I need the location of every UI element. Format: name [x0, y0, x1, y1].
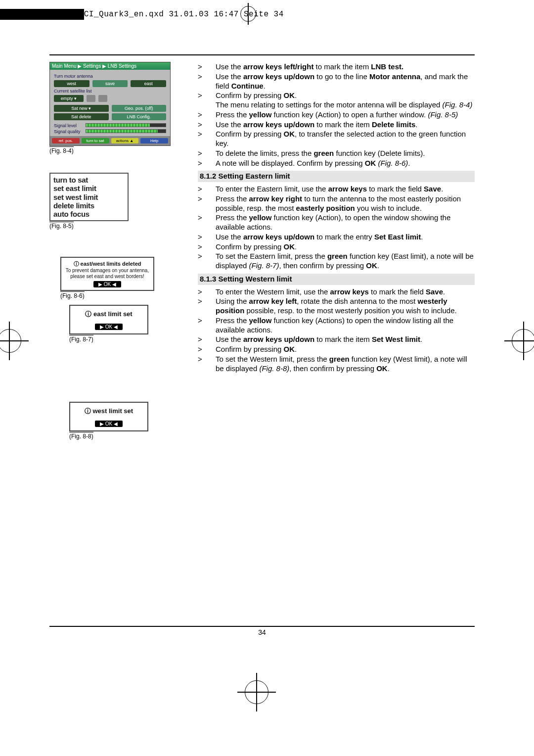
- fig84-east-button[interactable]: east: [131, 80, 166, 87]
- figure-8-8: ⓘ west limit set ▶ OK ◀: [69, 402, 148, 431]
- fig85-setwest: set west limit: [53, 193, 125, 201]
- b2-i4: Use the arrow keys up/down to mark the e…: [216, 233, 475, 242]
- cropmark-left: [0, 322, 29, 360]
- b2-i6: To set the Eastern limit, press the gree…: [216, 252, 475, 271]
- b1-i4: Press the yellow function key (Action) t…: [216, 110, 475, 120]
- b1-i6: Confirm by pressing OK, to transfer the …: [216, 130, 475, 148]
- fig86-text: To prevent damages on your antenna, plea…: [64, 268, 150, 279]
- fig84-lnb-button[interactable]: LNB Config.: [112, 113, 167, 120]
- fig84-save-button[interactable]: save: [92, 80, 128, 87]
- fig84-satnew-button[interactable]: Sat new ▾: [54, 105, 109, 112]
- fig84-satdel-button[interactable]: Sat delete: [54, 113, 109, 120]
- fig84-turn-label: Turn motor antenna: [54, 74, 166, 79]
- fig84-turntosat-button[interactable]: turn to sat: [82, 138, 109, 143]
- b2-i3: Press the yellow function key (Action), …: [216, 213, 475, 232]
- bottom-rule: [49, 626, 475, 627]
- fig84-refpos-button[interactable]: ref. pos.: [52, 138, 80, 143]
- figure-8-6: ⓘ east/west limits deleted To prevent da…: [60, 257, 154, 291]
- fig84-geo-button[interactable]: Geo. pos. (off): [112, 105, 167, 112]
- cropmark-right: [504, 322, 534, 360]
- fig88-ok-button[interactable]: ▶ OK ◀: [95, 421, 123, 427]
- b3-i3: Press the yellow function key (Actions) …: [216, 316, 475, 335]
- fig87-info: ⓘ east limit set: [73, 310, 144, 319]
- fig87-ok-button[interactable]: ▶ OK ◀: [95, 324, 123, 330]
- b3-i5: Confirm by pressing OK.: [216, 345, 475, 354]
- b1-i1: Use the arrow keys left/right to mark th…: [216, 62, 475, 72]
- b1-i2: Use the arrow keys up/down to go to the …: [216, 72, 475, 91]
- figure-8-4: Main Menu ▶ Settings ▶ LNB Settings Turn…: [49, 62, 171, 146]
- b1-i3: Confirm by pressing OK.The menu relating…: [216, 91, 475, 110]
- fig85-delete: delete limits: [53, 201, 125, 210]
- fig86-info: ⓘ east/west limits deleted: [64, 260, 150, 268]
- b2-i2: Press the arrow key right to turn the an…: [216, 194, 475, 213]
- fig85-seteast: set east limit: [53, 184, 125, 192]
- fig85-turn: turn to sat: [53, 176, 125, 184]
- fig84-west-button[interactable]: west: [54, 80, 89, 87]
- fig88-caption: (Fig. 8-8): [69, 432, 93, 440]
- fig84-caption: (Fig. 8-4): [49, 146, 74, 154]
- b1-i8: A note will be displayed. Confirm by pre…: [216, 159, 475, 168]
- page-number: 34: [49, 628, 475, 636]
- fig86-ok-button[interactable]: ▶ OK ◀: [93, 281, 121, 287]
- fig85-caption: (Fig. 8-5): [49, 222, 74, 230]
- b1-i5: Use the arrow keys up/down to mark the i…: [216, 120, 475, 130]
- b3-i6: To set the Western limit, press the gree…: [216, 355, 475, 374]
- fig88-info: ⓘ west limit set: [73, 407, 144, 416]
- header-cropmark: [237, 3, 259, 25]
- top-rule: [49, 54, 475, 55]
- fig84-level-label: Signal level: [54, 123, 84, 128]
- fig84-list-label: Current satellite list: [54, 89, 166, 94]
- fig84-actions-button[interactable]: actions ▲: [111, 138, 139, 143]
- fig84-quality-label: Signal quality: [54, 129, 84, 134]
- fig86-caption: (Fig. 8-6): [60, 291, 85, 299]
- fig84-title: Main Menu ▶ Settings ▶ LNB Settings: [50, 62, 170, 70]
- b2-i1: To enter the Eastern limit, use the arro…: [216, 185, 475, 194]
- figure-8-7: ⓘ east limit set ▶ OK ◀: [69, 305, 148, 334]
- b3-i4: Use the arrow keys up/down to mark the i…: [216, 335, 475, 344]
- fig87-caption: (Fig. 8-7): [69, 335, 93, 343]
- b2-i5: Confirm by pressing OK.: [216, 242, 475, 252]
- fig84-help-button[interactable]: Help: [140, 138, 168, 143]
- right-column: >Use the arrow keys left/right to mark t…: [198, 62, 475, 374]
- b1-i7: To delete the limits, press the green fu…: [216, 149, 475, 158]
- b3-i1: To enter the Western limit, use the arro…: [216, 287, 475, 297]
- left-column: Main Menu ▶ Settings ▶ LNB Settings Turn…: [49, 62, 188, 440]
- b3-i2: Using the arrow key left, rotate the dis…: [216, 297, 475, 316]
- figure-8-5: turn to sat set east limit set west limi…: [49, 173, 129, 221]
- section-eastern: 8.1.2 Setting Eastern limit: [198, 171, 475, 182]
- fig84-empty-button[interactable]: empty ▾: [54, 95, 84, 102]
- cropmark-bottom: [237, 673, 276, 711]
- section-western: 8.1.3 Setting Western limit: [198, 274, 475, 285]
- fig85-auto: auto focus: [53, 210, 125, 218]
